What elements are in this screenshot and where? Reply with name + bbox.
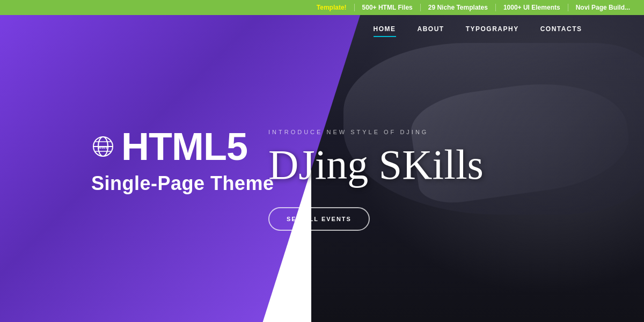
nav-item-contacts[interactable]: CONTACTS: [540, 25, 582, 35]
cta-button[interactable]: SEE ALL EVENTS: [268, 207, 370, 231]
hero-intro-text: INTRODUCE NEW STYLE OF DJING: [268, 129, 484, 135]
svg-text:WWW: WWW: [98, 145, 109, 149]
promo-template-label: Template!: [317, 4, 354, 11]
hero-title: DJing SKills: [268, 144, 484, 186]
promo-item-niche-templates: 29 Niche Templates: [420, 4, 495, 11]
navbar: HOME ABOUT TYPOGRAPHY CONTACTS: [311, 15, 644, 45]
main-title: HTML5: [121, 127, 247, 166]
hero-content: INTRODUCE NEW STYLE OF DJING DJing SKill…: [268, 129, 484, 231]
subtitle: Single-Page Theme: [91, 172, 274, 195]
promo-item-html-files: 500+ HTML Files: [354, 4, 420, 11]
globe-icon: WWW: [91, 135, 115, 158]
nav-item-home[interactable]: HOME: [374, 25, 396, 35]
promo-item-ui-elements: 1000+ UI Elements: [495, 4, 568, 11]
logo-row: WWW HTML5: [91, 127, 247, 166]
promo-item-page-builder: Novi Page Build...: [568, 4, 638, 11]
promo-bar: Template! 500+ HTML Files 29 Niche Templ…: [0, 0, 644, 15]
nav-item-typography[interactable]: TYPOGRAPHY: [466, 25, 519, 35]
nav-item-about[interactable]: ABOUT: [418, 25, 444, 35]
